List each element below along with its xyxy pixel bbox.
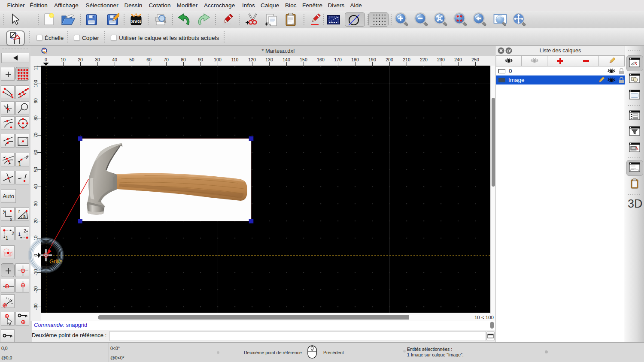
svg-text:2: 2 [12,231,14,236]
svg-text:y: y [3,208,6,214]
svg-text:r: r [18,209,20,214]
svg-text:a: a [23,214,26,219]
svg-text:x: x [10,217,12,222]
svg-text:SVG: SVG [131,19,141,24]
svg-text:2: 2 [24,228,26,233]
svg-text:1: 1 [6,235,8,241]
svg-text:1: 1 [18,232,21,237]
svg-text:1: 1 [18,162,21,167]
